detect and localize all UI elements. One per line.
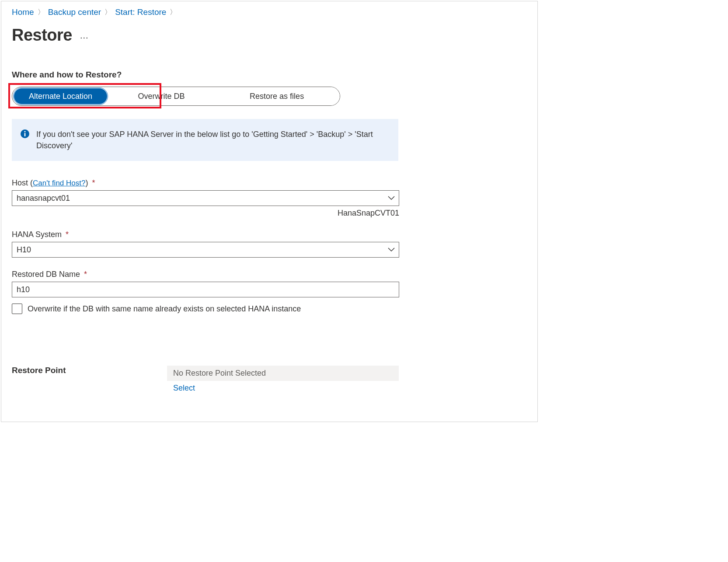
hana-system-select[interactable]	[12, 242, 399, 258]
overwrite-checkbox-label: Overwrite if the DB with same name alrea…	[28, 304, 301, 314]
required-icon: *	[66, 230, 69, 239]
section-title: Where and how to Restore?	[12, 70, 527, 80]
toggle-overwrite-db[interactable]: Overwrite DB	[109, 87, 214, 106]
svg-point-2	[24, 131, 25, 132]
required-icon: *	[84, 270, 87, 279]
restored-db-label-text: Restored DB Name	[12, 270, 80, 279]
restored-db-input[interactable]	[12, 282, 399, 297]
svg-rect-1	[24, 133, 26, 136]
restore-mode-toggle: Alternate Location Overwrite DB Restore …	[12, 87, 340, 106]
info-box: If you don't see your SAP HANA Server in…	[12, 119, 398, 161]
breadcrumb-backup-center[interactable]: Backup center	[48, 7, 101, 17]
page-title: Restore	[12, 26, 72, 45]
breadcrumb: Home 〉 Backup center 〉 Start: Restore 〉	[12, 7, 527, 17]
host-select[interactable]	[12, 190, 399, 206]
restored-db-label: Restored DB Name *	[12, 270, 399, 279]
hana-system-label-text: HANA System	[12, 230, 62, 239]
host-label-text: Host	[12, 178, 28, 187]
chevron-right-icon: 〉	[104, 8, 111, 17]
toggle-restore-as-files[interactable]: Restore as files	[214, 87, 340, 106]
chevron-right-icon: 〉	[38, 8, 45, 17]
breadcrumb-home[interactable]: Home	[12, 7, 34, 17]
breadcrumb-start-restore[interactable]: Start: Restore	[115, 7, 166, 17]
restore-point-status: No Restore Point Selected	[167, 366, 399, 381]
host-helper: HanaSnapCVT01	[12, 209, 399, 218]
info-text: If you don't see your SAP HANA Server in…	[36, 129, 390, 151]
overwrite-checkbox[interactable]	[12, 304, 22, 314]
restore-point-label: Restore Point	[12, 366, 167, 393]
restore-point-select-link[interactable]: Select	[167, 384, 195, 392]
required-icon: *	[92, 178, 95, 187]
chevron-right-icon: 〉	[170, 8, 177, 17]
cant-find-host-link[interactable]: Can't find Host?	[33, 179, 85, 187]
hana-system-label: HANA System *	[12, 230, 399, 239]
host-label: Host (Can't find Host?) *	[12, 178, 399, 188]
toggle-alternate-location[interactable]: Alternate Location	[14, 88, 108, 105]
info-icon	[21, 129, 29, 138]
more-icon[interactable]: ···	[80, 28, 89, 42]
